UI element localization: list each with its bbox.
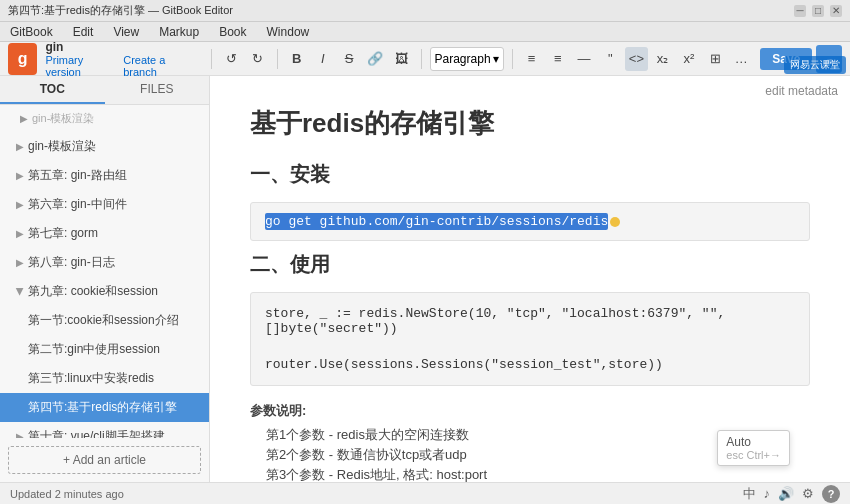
toc-tab[interactable]: TOC <box>0 76 105 104</box>
autocomplete-popup: Auto esc Ctrl+→ <box>717 430 790 466</box>
sidebar-item-10[interactable]: ▶ 第十章: vue/cli脚手架搭建 <box>0 422 209 438</box>
maximize-button[interactable]: □ <box>812 5 824 17</box>
item-arrow-5: ▶ <box>16 257 24 268</box>
app-info: gin Primary version Create a branch <box>45 40 195 78</box>
item-arrow-2: ▶ <box>16 170 24 181</box>
primary-version-link[interactable]: Primary version <box>45 54 115 78</box>
sidebar-item-5[interactable]: ▶ 第八章: gin-日志 <box>0 248 209 277</box>
more-button[interactable]: … <box>730 47 752 71</box>
status-icon-volume: 🔊 <box>778 486 794 501</box>
sidebar-item-1[interactable]: ▶ gin-模板渲染 <box>0 132 209 161</box>
code-line-1 <box>265 339 795 354</box>
item-arrow-10: ▶ <box>16 431 24 438</box>
paragraph-dropdown[interactable]: Paragraph ▾ <box>430 47 504 71</box>
item-arrow-1: ▶ <box>16 141 24 152</box>
menu-gitbook[interactable]: GitBook <box>6 23 57 41</box>
toolbar: g gin Primary version Create a branch ↺ … <box>0 42 850 76</box>
item-arrow-3: ▶ <box>16 199 24 210</box>
sidebar-item-4[interactable]: ▶ 第七章: gorm <box>0 219 209 248</box>
status-updated: Updated 2 minutes ago <box>10 488 124 500</box>
autocomplete-hint: esc Ctrl+→ <box>726 449 781 461</box>
toolbar-separator-4 <box>512 49 513 69</box>
sub-button[interactable]: x₂ <box>652 47 674 71</box>
toolbar-separator-2 <box>277 49 278 69</box>
item-label-0: gin-模板渲染 <box>32 111 201 126</box>
item-label-4: 第七章: gorm <box>28 225 201 242</box>
install-code-block[interactable]: go get github.com/gin-contrib/sessions/r… <box>250 202 810 241</box>
undo-button[interactable]: ↺ <box>220 47 242 71</box>
statusbar: Updated 2 minutes ago 中 ♪ 🔊 ⚙ ? <box>0 482 850 504</box>
list-button[interactable]: ≡ <box>520 47 542 71</box>
menu-book[interactable]: Book <box>215 23 250 41</box>
status-icon-music: ♪ <box>764 486 771 501</box>
create-branch-link[interactable]: Create a branch <box>123 54 195 78</box>
code-line-0: store, _ := redis.NewStore(10, "tcp", "l… <box>265 306 795 336</box>
item-label-9-4: 第四节:基于redis的存储引擎 <box>28 399 201 416</box>
sidebar-item-9-4[interactable]: 第四节:基于redis的存储引擎 <box>0 393 209 422</box>
cursor-indicator <box>610 217 620 227</box>
menu-view[interactable]: View <box>109 23 143 41</box>
sidebar-item-9-1[interactable]: 第一节:cookie和session介绍 <box>0 306 209 335</box>
code-button[interactable]: <> <box>625 47 647 71</box>
italic-button[interactable]: I <box>312 47 334 71</box>
section1-heading: 一、安装 <box>250 161 810 188</box>
hr-button[interactable]: ― <box>573 47 595 71</box>
toolbar-separator-1 <box>211 49 212 69</box>
sidebar-item-0[interactable]: ▶ gin-模板渲染 <box>0 105 209 132</box>
status-right: 中 ♪ 🔊 ⚙ ? <box>743 485 841 503</box>
sidebar-item-chapter9[interactable]: ▶ 第九章: cookie和session <box>0 277 209 306</box>
item-arrow-0: ▶ <box>20 113 28 124</box>
sidebar-item-3[interactable]: ▶ 第六章: gin-中间件 <box>0 190 209 219</box>
quote-button[interactable]: " <box>599 47 621 71</box>
image-button[interactable]: 🖼 <box>390 47 412 71</box>
table-button[interactable]: ⊞ <box>704 47 726 71</box>
app-sub-links: Primary version Create a branch <box>45 54 195 78</box>
usage-code-block[interactable]: store, _ := redis.NewStore(10, "tcp", "l… <box>250 292 810 386</box>
sidebar-items: ▶ gin-模板渲染 ▶ gin-模板渲染 ▶ 第五章: gin-路由组 ▶ 第… <box>0 105 209 438</box>
sidebar: TOC FILES ▶ gin-模板渲染 ▶ gin-模板渲染 ▶ 第五章: g… <box>0 76 210 482</box>
sup-button[interactable]: x² <box>678 47 700 71</box>
help-button[interactable]: ? <box>822 485 840 503</box>
close-button[interactable]: ✕ <box>830 5 842 17</box>
menu-markup[interactable]: Markup <box>155 23 203 41</box>
sidebar-item-9-2[interactable]: 第二节:gin中使用session <box>0 335 209 364</box>
menu-edit[interactable]: Edit <box>69 23 98 41</box>
item-label-chapter9: 第九章: cookie和session <box>28 283 201 300</box>
watermark: 网易云课堂 <box>784 56 846 74</box>
status-icon-chinese[interactable]: 中 <box>743 485 756 503</box>
window-controls: ─ □ ✕ <box>794 5 842 17</box>
item-arrow-chapter9: ▶ <box>15 288 26 296</box>
code-line-2: router.Use(sessions.Sessions("session_te… <box>265 357 795 372</box>
item-label-1: gin-模板渲染 <box>28 138 201 155</box>
item-arrow-4: ▶ <box>16 228 24 239</box>
item-label-10: 第十章: vue/cli脚手架搭建 <box>28 428 201 438</box>
redo-button[interactable]: ↻ <box>246 47 268 71</box>
editor[interactable]: edit metadata 基于redis的存储引擎 一、安装 go get g… <box>210 76 850 482</box>
minimize-button[interactable]: ─ <box>794 5 806 17</box>
item-label-9-2: 第二节:gin中使用session <box>28 341 201 358</box>
sidebar-item-9-3[interactable]: 第三节:linux中安装redis <box>0 364 209 393</box>
status-left: Updated 2 minutes ago <box>10 488 124 500</box>
params-title: 参数说明: <box>250 402 810 420</box>
strikethrough-button[interactable]: S <box>338 47 360 71</box>
param-2: 第3个参数 - Redis地址, 格式: host:port <box>266 466 810 482</box>
app: g gin Primary version Create a branch ↺ … <box>0 42 850 504</box>
item-label-9-3: 第三节:linux中安装redis <box>28 370 201 387</box>
files-tab[interactable]: FILES <box>105 76 210 104</box>
app-name: gin <box>45 40 195 54</box>
menu-window[interactable]: Window <box>263 23 314 41</box>
sidebar-tabs: TOC FILES <box>0 76 209 105</box>
paragraph-label: Paragraph <box>435 52 491 66</box>
item-label-3: 第六章: gin-中间件 <box>28 196 201 213</box>
dropdown-arrow-icon: ▾ <box>493 52 499 66</box>
edit-metadata-link[interactable]: edit metadata <box>765 84 838 98</box>
link-button[interactable]: 🔗 <box>364 47 386 71</box>
sidebar-item-2[interactable]: ▶ 第五章: gin-路由组 <box>0 161 209 190</box>
status-icon-gear[interactable]: ⚙ <box>802 486 814 501</box>
num-list-button[interactable]: ≡ <box>547 47 569 71</box>
section2-heading: 二、使用 <box>250 251 810 278</box>
bold-button[interactable]: B <box>286 47 308 71</box>
add-article-button[interactable]: + Add an article <box>8 446 201 474</box>
content-area: TOC FILES ▶ gin-模板渲染 ▶ gin-模板渲染 ▶ 第五章: g… <box>0 76 850 482</box>
item-label-9-1: 第一节:cookie和session介绍 <box>28 312 201 329</box>
